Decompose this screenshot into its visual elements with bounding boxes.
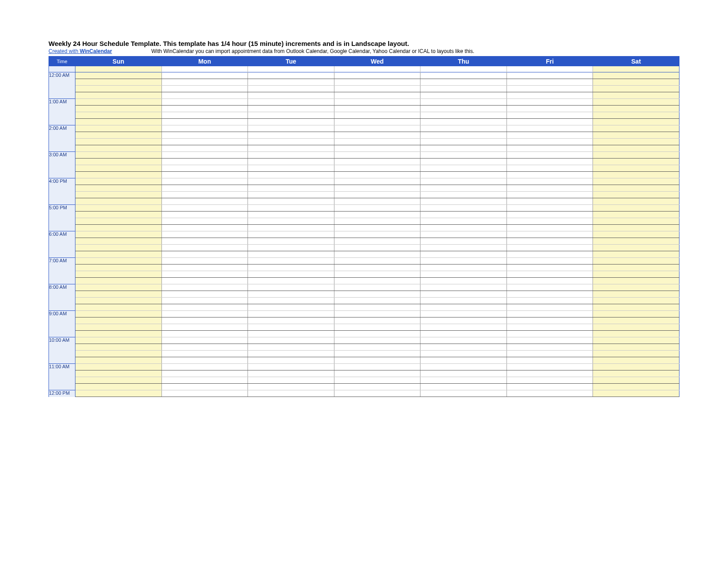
schedule-cell[interactable] bbox=[161, 284, 248, 291]
schedule-cell[interactable] bbox=[248, 86, 334, 92]
schedule-cell[interactable] bbox=[593, 311, 679, 317]
schedule-cell[interactable] bbox=[161, 99, 248, 106]
schedule-cell[interactable] bbox=[248, 125, 334, 132]
schedule-cell[interactable] bbox=[248, 185, 334, 192]
schedule-cell[interactable] bbox=[593, 370, 679, 377]
schedule-cell[interactable] bbox=[334, 238, 420, 245]
schedule-cell[interactable] bbox=[161, 132, 248, 139]
schedule-cell[interactable] bbox=[420, 125, 507, 132]
schedule-cell[interactable] bbox=[161, 238, 248, 245]
schedule-cell[interactable] bbox=[248, 231, 334, 238]
schedule-cell[interactable] bbox=[334, 159, 420, 165]
schedule-cell[interactable] bbox=[420, 178, 507, 185]
schedule-cell[interactable] bbox=[161, 72, 248, 79]
schedule-cell[interactable] bbox=[420, 284, 507, 291]
schedule-cell[interactable] bbox=[507, 159, 593, 165]
schedule-cell[interactable] bbox=[507, 284, 593, 291]
schedule-cell[interactable] bbox=[593, 159, 679, 165]
schedule-cell[interactable] bbox=[507, 364, 593, 370]
schedule-cell[interactable] bbox=[248, 304, 334, 311]
schedule-cell[interactable] bbox=[161, 145, 248, 152]
schedule-cell[interactable] bbox=[161, 185, 248, 192]
schedule-cell[interactable] bbox=[507, 106, 593, 112]
schedule-cell[interactable] bbox=[75, 72, 162, 79]
schedule-cell[interactable] bbox=[420, 106, 507, 112]
schedule-cell[interactable] bbox=[334, 284, 420, 291]
schedule-cell[interactable] bbox=[334, 225, 420, 231]
schedule-cell[interactable] bbox=[420, 132, 507, 139]
schedule-cell[interactable] bbox=[248, 112, 334, 119]
schedule-cell[interactable] bbox=[248, 344, 334, 351]
schedule-cell[interactable] bbox=[593, 86, 679, 92]
schedule-cell[interactable] bbox=[161, 298, 248, 304]
schedule-cell[interactable] bbox=[334, 66, 420, 72]
schedule-cell[interactable] bbox=[334, 271, 420, 278]
schedule-cell[interactable] bbox=[593, 245, 679, 251]
schedule-cell[interactable] bbox=[248, 225, 334, 231]
schedule-cell[interactable] bbox=[507, 125, 593, 132]
schedule-cell[interactable] bbox=[334, 324, 420, 331]
schedule-cell[interactable] bbox=[420, 251, 507, 258]
schedule-cell[interactable] bbox=[420, 172, 507, 178]
schedule-cell[interactable] bbox=[75, 132, 162, 139]
schedule-cell[interactable] bbox=[75, 145, 162, 152]
schedule-cell[interactable] bbox=[507, 145, 593, 152]
schedule-cell[interactable] bbox=[75, 218, 162, 225]
schedule-cell[interactable] bbox=[248, 66, 334, 72]
schedule-cell[interactable] bbox=[507, 291, 593, 298]
schedule-cell[interactable] bbox=[507, 324, 593, 331]
schedule-cell[interactable] bbox=[334, 165, 420, 172]
schedule-cell[interactable] bbox=[420, 364, 507, 370]
schedule-cell[interactable] bbox=[420, 390, 507, 397]
schedule-cell[interactable] bbox=[334, 198, 420, 205]
schedule-cell[interactable] bbox=[75, 370, 162, 377]
schedule-cell[interactable] bbox=[75, 185, 162, 192]
schedule-cell[interactable] bbox=[334, 377, 420, 384]
schedule-cell[interactable] bbox=[161, 225, 248, 231]
schedule-cell[interactable] bbox=[593, 212, 679, 218]
schedule-cell[interactable] bbox=[334, 357, 420, 364]
schedule-cell[interactable] bbox=[248, 317, 334, 324]
schedule-cell[interactable] bbox=[248, 278, 334, 284]
schedule-cell[interactable] bbox=[507, 139, 593, 145]
schedule-cell[interactable] bbox=[507, 112, 593, 119]
schedule-cell[interactable] bbox=[75, 112, 162, 119]
schedule-cell[interactable] bbox=[334, 192, 420, 198]
schedule-cell[interactable] bbox=[248, 72, 334, 79]
schedule-cell[interactable] bbox=[248, 165, 334, 172]
schedule-cell[interactable] bbox=[593, 165, 679, 172]
schedule-cell[interactable] bbox=[334, 311, 420, 317]
schedule-cell[interactable] bbox=[248, 271, 334, 278]
schedule-cell[interactable] bbox=[507, 298, 593, 304]
schedule-cell[interactable] bbox=[420, 278, 507, 284]
schedule-cell[interactable] bbox=[161, 231, 248, 238]
schedule-cell[interactable] bbox=[161, 119, 248, 125]
schedule-cell[interactable] bbox=[593, 298, 679, 304]
schedule-cell[interactable] bbox=[161, 351, 248, 357]
schedule-cell[interactable] bbox=[161, 178, 248, 185]
schedule-cell[interactable] bbox=[507, 337, 593, 344]
schedule-cell[interactable] bbox=[593, 238, 679, 245]
schedule-cell[interactable] bbox=[161, 370, 248, 377]
schedule-cell[interactable] bbox=[248, 106, 334, 112]
schedule-cell[interactable] bbox=[161, 390, 248, 397]
schedule-cell[interactable] bbox=[593, 178, 679, 185]
schedule-cell[interactable] bbox=[75, 245, 162, 251]
schedule-cell[interactable] bbox=[248, 311, 334, 317]
schedule-cell[interactable] bbox=[248, 264, 334, 271]
schedule-cell[interactable] bbox=[334, 178, 420, 185]
schedule-cell[interactable] bbox=[248, 337, 334, 344]
schedule-cell[interactable] bbox=[420, 271, 507, 278]
schedule-cell[interactable] bbox=[248, 79, 334, 86]
schedule-cell[interactable] bbox=[507, 218, 593, 225]
schedule-cell[interactable] bbox=[420, 238, 507, 245]
schedule-cell[interactable] bbox=[75, 99, 162, 106]
schedule-cell[interactable] bbox=[248, 298, 334, 304]
schedule-cell[interactable] bbox=[161, 357, 248, 364]
schedule-cell[interactable] bbox=[334, 264, 420, 271]
schedule-cell[interactable] bbox=[161, 377, 248, 384]
schedule-cell[interactable] bbox=[75, 205, 162, 212]
schedule-cell[interactable] bbox=[161, 258, 248, 264]
schedule-cell[interactable] bbox=[507, 119, 593, 125]
schedule-cell[interactable] bbox=[593, 172, 679, 178]
